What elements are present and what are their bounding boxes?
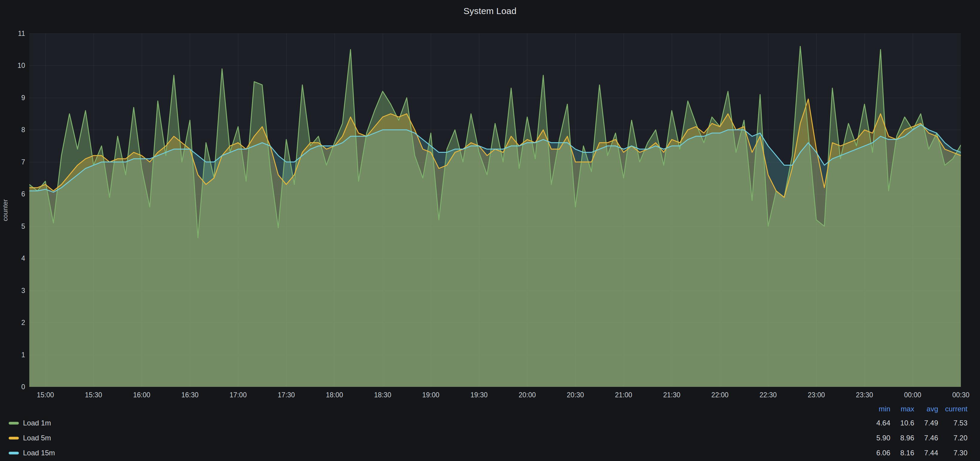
series-color-marker [9, 452, 19, 455]
stat-current-value: 7.20 [938, 434, 967, 442]
stat-current-value: 7.53 [938, 419, 967, 427]
y-tick-label: 1 [0, 351, 25, 359]
y-tick-label: 6 [0, 190, 25, 198]
y-tick-label: 5 [0, 222, 25, 230]
y-tick-label: 0 [0, 383, 25, 391]
series-label[interactable]: Load 15m [23, 449, 55, 457]
x-tick-label: 23:00 [795, 391, 837, 399]
x-tick-label: 22:30 [747, 391, 789, 399]
x-tick-label: 22:00 [699, 391, 741, 399]
stat-min-value: 6.06 [863, 449, 890, 457]
y-tick-label: 4 [0, 254, 25, 262]
legend-row-load-1m: Load 1m4.6410.67.497.53 [0, 416, 980, 431]
x-tick-label: 17:00 [217, 391, 259, 399]
stat-avg-value: 7.46 [914, 434, 938, 442]
x-tick-label: 19:00 [410, 391, 452, 399]
legend-header-avg[interactable]: avg [914, 405, 938, 413]
legend-header-current[interactable]: current [938, 405, 967, 413]
stat-avg-value: 7.44 [914, 449, 938, 457]
stat-min-value: 5.90 [863, 434, 890, 442]
x-tick-label: 18:00 [313, 391, 355, 399]
legend: minmaxavgcurrentLoad 1m4.6410.67.497.53L… [0, 402, 980, 460]
x-tick-label: 16:00 [121, 391, 162, 399]
stat-max-value: 8.16 [890, 449, 914, 457]
legend-row-load-15m: Load 15m6.068.167.447.30 [0, 445, 980, 460]
x-tick-label: 17:30 [266, 391, 307, 399]
system-load-panel: System Load counter 01234567891011 15:00… [0, 0, 980, 461]
x-tick-label: 00:00 [892, 391, 934, 399]
series-color-marker [9, 422, 19, 424]
x-tick-label: 15:30 [73, 391, 115, 399]
x-tick-label: 19:30 [458, 391, 500, 399]
plot-area: counter 01234567891011 15:0015:3016:0016… [0, 0, 980, 461]
y-tick-label: 3 [0, 286, 25, 294]
y-tick-label: 9 [0, 94, 25, 102]
y-tick-label: 10 [0, 62, 25, 70]
legend-row-load-5m: Load 5m5.908.967.467.20 [0, 431, 980, 445]
y-tick-label: 7 [0, 158, 25, 166]
x-tick-label: 20:30 [555, 391, 597, 399]
y-tick-label: 2 [0, 319, 25, 327]
system-load-chart[interactable] [29, 33, 961, 387]
x-tick-label: 21:30 [651, 391, 693, 399]
x-tick-label: 16:30 [169, 391, 211, 399]
legend-header-max[interactable]: max [890, 405, 914, 413]
stat-avg-value: 7.49 [914, 419, 938, 427]
x-tick-label: 20:00 [506, 391, 548, 399]
x-tick-label: 23:30 [844, 391, 886, 399]
y-tick-label: 11 [0, 30, 25, 38]
stat-max-value: 8.96 [890, 434, 914, 442]
series-label[interactable]: Load 1m [23, 419, 51, 427]
series-label[interactable]: Load 5m [23, 434, 51, 442]
y-tick-label: 8 [0, 126, 25, 134]
legend-header-min[interactable]: min [863, 405, 890, 413]
x-tick-label: 18:30 [362, 391, 404, 399]
x-tick-label: 15:00 [24, 391, 66, 399]
stat-max-value: 10.6 [890, 419, 914, 427]
stat-current-value: 7.30 [938, 449, 967, 457]
x-tick-label: 21:00 [603, 391, 644, 399]
legend-header-row: minmaxavgcurrent [0, 402, 980, 416]
stat-min-value: 4.64 [863, 419, 890, 427]
x-tick-label: 00:30 [940, 391, 980, 399]
series-color-marker [9, 437, 19, 439]
